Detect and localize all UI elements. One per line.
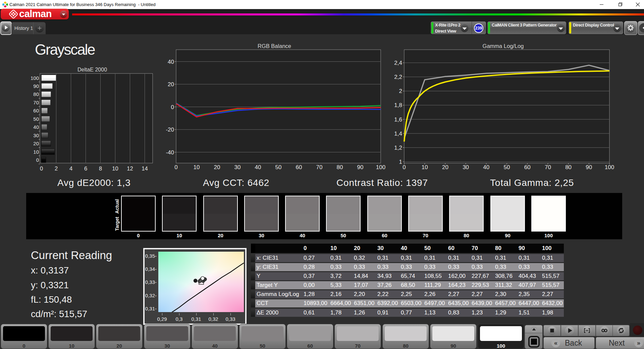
- svg-text:80: 80: [33, 91, 39, 97]
- svg-text:60: 60: [524, 164, 531, 170]
- svg-text:100: 100: [605, 164, 614, 170]
- svg-text:40: 40: [33, 124, 39, 130]
- svg-text:70: 70: [33, 100, 39, 105]
- svg-text:1,8: 1,8: [394, 102, 402, 108]
- svg-text:60: 60: [296, 164, 302, 170]
- svg-text:2: 2: [55, 165, 58, 171]
- svg-text:70: 70: [545, 164, 551, 170]
- svg-text:DeltaE 2000: DeltaE 2000: [77, 67, 107, 72]
- svg-text:-40: -40: [166, 149, 174, 156]
- svg-text:0: 0: [40, 165, 43, 171]
- svg-text:2: 2: [399, 88, 402, 94]
- svg-text:1: 1: [399, 159, 402, 165]
- svg-text:10: 10: [112, 165, 118, 171]
- svg-text:2,4: 2,4: [394, 60, 402, 66]
- svg-text:0: 0: [402, 164, 406, 170]
- svg-text:40: 40: [483, 164, 489, 170]
- svg-text:20: 20: [168, 81, 174, 88]
- svg-text:10: 10: [194, 164, 200, 170]
- svg-text:0: 0: [174, 164, 177, 170]
- svg-text:20: 20: [442, 164, 448, 170]
- svg-text:2,2: 2,2: [394, 74, 402, 80]
- svg-text:6: 6: [84, 165, 87, 171]
- svg-text:100: 100: [376, 164, 385, 170]
- svg-text:90: 90: [357, 164, 364, 170]
- svg-text:1,4: 1,4: [394, 131, 402, 137]
- svg-text:50: 50: [504, 164, 510, 170]
- svg-text:4: 4: [69, 165, 72, 171]
- svg-text:«: «: [554, 340, 557, 346]
- svg-text:-20: -20: [166, 127, 174, 133]
- svg-text:50: 50: [275, 164, 282, 170]
- svg-text:1,2: 1,2: [394, 145, 402, 151]
- svg-text:20: 20: [33, 141, 39, 146]
- svg-text:0: 0: [36, 157, 39, 163]
- svg-text:70: 70: [316, 164, 323, 170]
- svg-text:30: 30: [33, 133, 39, 138]
- svg-text:30: 30: [463, 164, 469, 170]
- svg-text:10: 10: [33, 149, 39, 155]
- svg-text:90: 90: [33, 83, 39, 89]
- svg-text:40: 40: [168, 59, 174, 65]
- svg-text:60: 60: [33, 108, 39, 113]
- svg-text:RGB Balance: RGB Balance: [258, 43, 291, 49]
- svg-text:80: 80: [337, 164, 343, 170]
- svg-text:1,6: 1,6: [394, 116, 402, 123]
- svg-text:12: 12: [127, 165, 133, 171]
- svg-text:50: 50: [33, 116, 39, 122]
- svg-text:80: 80: [565, 164, 572, 170]
- svg-text:90: 90: [586, 164, 592, 170]
- svg-text:14: 14: [142, 165, 148, 171]
- svg-text:8: 8: [99, 165, 102, 171]
- svg-text:100: 100: [31, 75, 39, 81]
- svg-text:10: 10: [422, 164, 428, 170]
- svg-text:Gamma Log/Log: Gamma Log/Log: [483, 43, 524, 49]
- svg-text:»: »: [637, 340, 640, 346]
- svg-text:20: 20: [214, 164, 220, 170]
- svg-text:40: 40: [255, 164, 261, 170]
- svg-text:0: 0: [171, 104, 174, 110]
- svg-text:30: 30: [234, 164, 241, 170]
